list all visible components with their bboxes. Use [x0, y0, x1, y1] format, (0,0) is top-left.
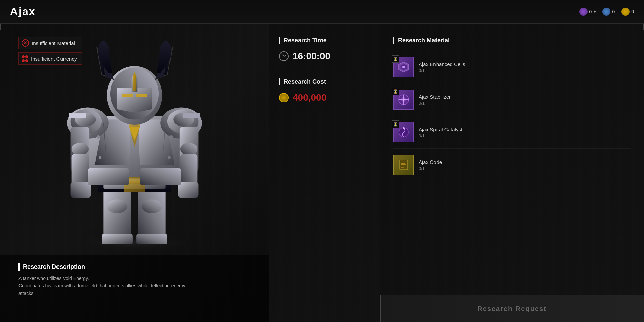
- svg-rect-18: [183, 113, 200, 118]
- research-time-container: 16:00:00: [279, 51, 370, 62]
- material-badge-icon: ✕: [22, 39, 29, 47]
- svg-point-20: [71, 143, 88, 155]
- research-cost-label: Research Cost: [279, 78, 370, 85]
- insufficient-material-badge: ✕ Insufficient Material: [18, 37, 82, 49]
- material-icon-container-1: ⏳: [393, 57, 414, 77]
- material-name-3: Ajax Spiral Catalyst: [419, 127, 631, 132]
- material-name-1: Ajax Enhanced Cells: [419, 61, 631, 67]
- material-name-4: Ajax Code: [419, 159, 631, 165]
- blue-currency-icon: [602, 8, 610, 16]
- research-button-label: Research Request: [477, 305, 547, 313]
- research-time-value: 16:00:00: [293, 51, 330, 62]
- svg-rect-25: [180, 154, 197, 185]
- material-count-3: 0/1: [419, 133, 631, 138]
- gold-coin-icon: [279, 93, 289, 102]
- material-icon-4: [393, 155, 414, 175]
- research-desc-line2: Coordinates his team with a forcefield t…: [18, 282, 250, 289]
- research-cost-value: 400,000: [293, 92, 327, 103]
- research-material-label: Research Material: [393, 37, 631, 44]
- material-icon-container-3: ⏳: [393, 122, 414, 142]
- svg-rect-21: [71, 154, 88, 185]
- currency-badge-icon: [22, 55, 28, 62]
- svg-point-37: [167, 156, 170, 159]
- research-desc-line3: attacks.: [18, 290, 250, 297]
- material-info-4: Ajax Code 0/1: [419, 159, 631, 171]
- research-description-text: A tanker who utilizes Void Energy. Coord…: [18, 275, 250, 297]
- svg-rect-52: [401, 162, 407, 162]
- research-description-panel: Research Description A tanker who utiliz…: [0, 255, 269, 322]
- purple-currency-value: 0: [589, 9, 592, 14]
- svg-rect-22: [70, 182, 91, 198]
- blue-resource: 0: [602, 8, 615, 16]
- hourglass-icon-3: ⏳: [392, 120, 399, 128]
- research-cost-container: 400,000: [279, 92, 370, 103]
- svg-point-35: [169, 135, 172, 139]
- svg-point-50: [403, 136, 404, 137]
- hourglass-icon-1: ⏳: [392, 55, 399, 63]
- research-description-title: Research Description: [18, 263, 250, 271]
- svg-point-42: [402, 66, 405, 68]
- purple-add-button[interactable]: +: [593, 9, 596, 14]
- purple-currency-icon: [579, 8, 588, 16]
- insufficient-material-label: Insufficient Material: [32, 40, 75, 46]
- svg-point-49: [403, 127, 405, 129]
- material-item-enhanced-cells: ⏳ Ajax Enhanced Cells 0/1: [393, 51, 631, 83]
- middle-panel: Research Time 16:00:00 Research Cost 400…: [269, 24, 380, 322]
- material-info-2: Ajax Stabilizer 0/1: [419, 94, 631, 106]
- page-title: Ajax: [10, 5, 36, 18]
- research-desc-line1: A tanker who utilizes Void Energy.: [18, 275, 250, 282]
- corner-decoration-tr: [637, 24, 644, 30]
- header: Ajax 0 + 0 0: [0, 0, 644, 24]
- ajax-code-icon: [397, 158, 410, 172]
- triangle-overlay-middle: [269, 24, 380, 322]
- material-item-spiral-catalyst: ⏳ Ajax Spiral Catalyst 0/1: [393, 116, 631, 149]
- left-panel: ✕ Insufficient Material Insufficient Cur…: [0, 24, 269, 322]
- gold-currency-icon: [621, 8, 630, 16]
- corner-decoration-tl: [0, 24, 7, 30]
- research-button-container: Research Request: [380, 295, 644, 322]
- resource-bar: 0 + 0 0: [579, 8, 634, 16]
- insufficient-currency-badge: Insufficient Currency: [18, 52, 82, 65]
- material-icon-container-2: ⏳: [393, 90, 414, 110]
- svg-point-34: [96, 135, 100, 139]
- material-info-3: Ajax Spiral Catalyst 0/1: [419, 127, 631, 138]
- material-icon-container-4: [393, 155, 414, 175]
- svg-rect-56: [401, 167, 404, 168]
- purple-resource: 0 +: [579, 8, 596, 16]
- material-name-2: Ajax Stabilizer: [419, 94, 631, 100]
- svg-rect-6: [136, 234, 167, 244]
- research-time-label: Research Time: [279, 37, 370, 44]
- insufficient-currency-label: Insufficient Currency: [31, 56, 77, 62]
- material-item-stabilizer: ⏳ Ajax Stabilizer 0/1: [393, 83, 631, 116]
- material-count-1: 0/1: [419, 68, 631, 73]
- clock-icon: [279, 51, 289, 61]
- material-info-1: Ajax Enhanced Cells 0/1: [419, 61, 631, 73]
- svg-rect-14: [69, 113, 86, 118]
- svg-rect-26: [178, 182, 198, 198]
- svg-rect-55: [401, 166, 405, 166]
- svg-point-3: [107, 199, 127, 213]
- svg-point-0: [65, 230, 204, 251]
- svg-rect-54: [401, 164, 406, 165]
- right-panel: Research Material ⏳ Ajax Enhanced Cells …: [380, 24, 644, 322]
- status-badges: ✕ Insufficient Material Insufficient Cur…: [18, 37, 82, 65]
- material-item-ajax-code: Ajax Code 0/1: [393, 149, 631, 181]
- svg-rect-5: [102, 234, 133, 244]
- gold-currency-value: 0: [631, 9, 634, 14]
- blue-currency-value: 0: [612, 9, 615, 14]
- material-count-2: 0/1: [419, 101, 631, 106]
- svg-rect-53: [401, 163, 405, 164]
- hourglass-icon-2: ⏳: [392, 88, 399, 95]
- svg-point-47: [403, 99, 405, 101]
- material-count-4: 0/1: [419, 166, 631, 171]
- material-list: ⏳ Ajax Enhanced Cells 0/1 ⏳: [393, 51, 631, 181]
- svg-point-4: [141, 199, 162, 213]
- research-request-button[interactable]: Research Request: [380, 295, 644, 322]
- svg-point-24: [180, 143, 197, 155]
- gold-resource: 0: [621, 8, 634, 16]
- clock-hand-hour: [284, 55, 286, 57]
- svg-point-36: [98, 156, 101, 159]
